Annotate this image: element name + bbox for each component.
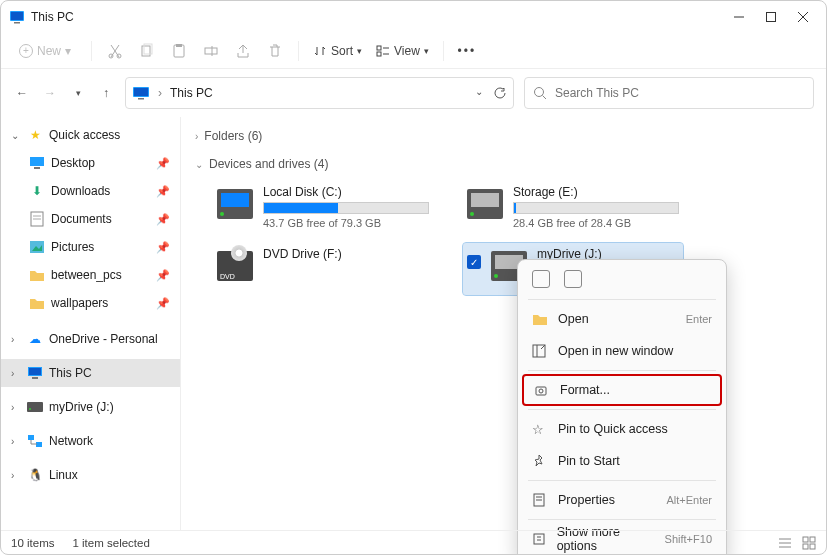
tiles-view-button[interactable] — [802, 536, 816, 550]
back-button[interactable]: ← — [13, 86, 31, 100]
pin-icon: 📌 — [156, 213, 170, 226]
content-pane: › Folders (6) ⌄ Devices and drives (4) L… — [181, 117, 826, 530]
address-dropdown-icon[interactable]: ⌄ — [475, 86, 483, 100]
sidebar-item-documents[interactable]: Documents 📌 — [1, 205, 180, 233]
rename-icon[interactable] — [564, 270, 582, 288]
svg-line-23 — [543, 96, 547, 100]
drive-item[interactable]: Storage (E:) 28.4 GB free of 28.4 GB — [463, 181, 683, 233]
sidebar-item-label: Downloads — [51, 184, 150, 198]
svg-rect-1 — [11, 12, 23, 20]
ctx-pin-start[interactable]: Pin to Start — [522, 445, 722, 477]
ctx-open[interactable]: Open Enter — [522, 303, 722, 335]
ctx-label: Properties — [558, 493, 615, 507]
plus-icon: + — [19, 44, 33, 58]
up-button[interactable]: ↑ — [97, 86, 115, 100]
search-input[interactable] — [555, 86, 805, 100]
status-bar: 10 items 1 item selected — [1, 530, 826, 554]
sidebar-this-pc[interactable]: › This PC — [1, 359, 180, 387]
drive-capacity-bar — [513, 202, 679, 214]
pin-icon: 📌 — [156, 241, 170, 254]
sidebar-item-folder[interactable]: between_pcs 📌 — [1, 261, 180, 289]
copy-icon[interactable] — [138, 42, 156, 60]
maximize-button[interactable] — [764, 10, 778, 24]
svg-rect-51 — [810, 537, 815, 542]
more-icon[interactable]: ••• — [458, 42, 476, 60]
sidebar-item-folder[interactable]: wallpapers 📌 — [1, 289, 180, 317]
sidebar-network[interactable]: › Network — [1, 427, 180, 455]
pictures-icon — [29, 239, 45, 255]
copy-icon[interactable] — [532, 270, 550, 288]
drive-item[interactable]: Local Disk (C:) 43.7 GB free of 79.3 GB — [213, 181, 433, 233]
close-button[interactable] — [796, 10, 810, 24]
status-selected-count: 1 item selected — [72, 537, 149, 549]
svg-rect-13 — [205, 48, 217, 54]
ctx-open-new-window[interactable]: Open in new window — [522, 335, 722, 367]
share-icon[interactable] — [234, 42, 252, 60]
forward-button[interactable]: → — [41, 86, 59, 100]
group-label: Devices and drives (4) — [209, 157, 328, 171]
paste-icon[interactable] — [170, 42, 188, 60]
status-item-count: 10 items — [11, 537, 54, 549]
sidebar-quick-access[interactable]: ⌄ ★ Quick access — [1, 121, 180, 149]
pin-icon: 📌 — [156, 269, 170, 282]
chevron-down-icon: ⌄ — [195, 159, 203, 170]
sidebar-item-label: myDrive (J:) — [49, 400, 170, 414]
refresh-button[interactable] — [493, 86, 507, 100]
minimize-button[interactable] — [732, 10, 746, 24]
new-button[interactable]: + New ▾ — [13, 41, 77, 61]
ctx-format[interactable]: Format... — [522, 374, 722, 406]
view-label: View — [394, 44, 420, 58]
sidebar-item-downloads[interactable]: ⬇ Downloads 📌 — [1, 177, 180, 205]
group-folders[interactable]: › Folders (6) — [195, 125, 812, 147]
sidebar-item-label: Desktop — [51, 156, 150, 170]
search-box[interactable] — [524, 77, 814, 109]
sidebar-item-desktop[interactable]: Desktop 📌 — [1, 149, 180, 177]
sidebar-item-label: between_pcs — [51, 268, 150, 282]
drive-icon — [217, 189, 253, 219]
svg-point-8 — [117, 54, 121, 58]
this-pc-icon — [27, 365, 43, 381]
ctx-pin-quick-access[interactable]: ☆ Pin to Quick access — [522, 413, 722, 445]
ctx-shortcut: Enter — [686, 313, 712, 325]
group-label: Folders (6) — [204, 129, 262, 143]
dvd-icon — [217, 251, 253, 281]
address-segment[interactable]: This PC — [170, 86, 213, 100]
folder-icon — [29, 295, 45, 311]
details-view-button[interactable] — [778, 536, 792, 550]
window-title: This PC — [31, 10, 732, 24]
star-icon: ★ — [27, 127, 43, 143]
address-bar[interactable]: › This PC ⌄ — [125, 77, 514, 109]
delete-icon[interactable] — [266, 42, 284, 60]
chevron-right-icon: › — [11, 402, 21, 413]
folder-icon — [29, 267, 45, 283]
sidebar-item-label: Linux — [49, 468, 170, 482]
sort-button[interactable]: Sort ▾ — [313, 44, 362, 58]
chevron-down-icon: ⌄ — [11, 130, 21, 141]
rename-icon[interactable] — [202, 42, 220, 60]
cut-icon[interactable] — [106, 42, 124, 60]
sidebar-onedrive[interactable]: › ☁ OneDrive - Personal — [1, 325, 180, 353]
group-drives[interactable]: ⌄ Devices and drives (4) — [195, 153, 812, 175]
title-bar: This PC — [1, 1, 826, 33]
drive-item[interactable]: DVD Drive (F:) — [213, 243, 433, 295]
sidebar-linux[interactable]: › 🐧 Linux — [1, 461, 180, 489]
drive-capacity-bar — [263, 202, 429, 214]
recent-dropdown[interactable]: ▾ — [69, 88, 87, 98]
format-icon — [534, 383, 550, 397]
svg-point-22 — [535, 88, 544, 97]
drive-name: DVD Drive (F:) — [263, 247, 429, 264]
view-button[interactable]: View ▾ — [376, 44, 429, 58]
star-icon: ☆ — [532, 422, 548, 437]
svg-rect-50 — [803, 537, 808, 542]
svg-rect-32 — [29, 368, 41, 375]
svg-rect-20 — [134, 88, 148, 96]
linux-icon: 🐧 — [27, 467, 43, 483]
svg-rect-52 — [803, 544, 808, 549]
ctx-properties[interactable]: Properties Alt+Enter — [522, 484, 722, 516]
search-icon — [533, 86, 547, 100]
sidebar-mydrive[interactable]: › myDrive (J:) — [1, 393, 180, 421]
sidebar-item-pictures[interactable]: Pictures 📌 — [1, 233, 180, 261]
sidebar-item-label: OneDrive - Personal — [49, 332, 170, 346]
checkbox-icon[interactable]: ✓ — [467, 255, 481, 269]
folder-icon — [532, 312, 548, 326]
